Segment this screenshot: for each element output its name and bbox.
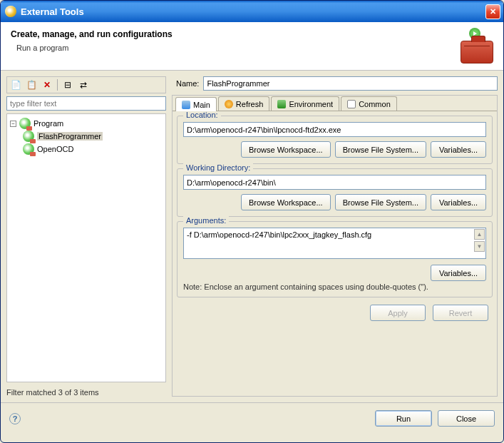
tabs-container: Main Refresh Environment Common Location	[172, 95, 498, 397]
location-group: Location: Browse Workspace... Browse Fil…	[177, 116, 493, 164]
tab-refresh[interactable]: Refresh	[218, 96, 270, 111]
expander-icon[interactable]: −	[10, 121, 16, 127]
window-title: External Tools	[21, 6, 485, 17]
variables-button[interactable]: Variables...	[431, 194, 486, 210]
browse-workspace-button[interactable]: Browse Workspace...	[241, 141, 331, 158]
tree-node-program[interactable]: − Program	[7, 117, 165, 130]
header-image	[453, 29, 493, 63]
close-button[interactable]: Close	[438, 410, 495, 427]
scroll-down-icon[interactable]: ▼	[474, 241, 485, 252]
refresh-tab-icon	[225, 100, 233, 108]
tab-main[interactable]: Main	[175, 97, 217, 111]
browse-filesystem-button[interactable]: Browse File System...	[335, 141, 426, 158]
working-directory-input[interactable]	[183, 175, 486, 190]
filter-input[interactable]	[6, 96, 166, 111]
run-button[interactable]: Run	[375, 410, 432, 427]
program-icon	[23, 143, 34, 155]
name-input[interactable]	[203, 76, 498, 91]
location-legend: Location:	[183, 111, 221, 119]
arguments-input[interactable]	[183, 228, 486, 259]
browse-filesystem-button[interactable]: Browse File System...	[335, 194, 426, 210]
working-directory-legend: Working Directory:	[183, 163, 253, 172]
variables-button[interactable]: Variables...	[431, 265, 486, 281]
header-heading: Create, manage, and run configurations	[11, 29, 173, 39]
tab-common[interactable]: Common	[341, 96, 397, 111]
scroll-up-icon[interactable]: ▲	[474, 229, 485, 240]
app-icon	[5, 6, 16, 17]
filter-status: Filter matched 3 of 3 items	[6, 388, 166, 397]
arguments-note: Note: Enclose an argument containing spa…	[183, 282, 486, 291]
tab-label: Environment	[289, 100, 333, 108]
close-icon[interactable]: ✕	[485, 4, 500, 19]
collapse-all-icon[interactable]: ⊟	[61, 78, 75, 92]
tree-label: OpenOCD	[37, 145, 73, 153]
help-icon[interactable]: ?	[9, 413, 21, 424]
footer: ? Run Close	[1, 402, 503, 434]
tabs: Main Refresh Environment Common	[173, 96, 497, 111]
header-subtext: Run a program	[16, 44, 173, 52]
environment-tab-icon	[277, 100, 286, 108]
config-tree: − Program FlashProgrammer OpenOCD	[6, 113, 166, 382]
tab-environment[interactable]: Environment	[271, 96, 339, 111]
program-icon	[23, 131, 34, 142]
toolbar: 📄 📋 ✕ ⊟ ⇄	[6, 76, 166, 93]
main-tab-icon	[182, 101, 190, 109]
new-config-icon[interactable]: 📄	[9, 78, 23, 92]
separator	[57, 79, 58, 91]
header: Create, manage, and run configurations R…	[1, 22, 503, 71]
delete-icon[interactable]: ✕	[40, 78, 54, 92]
common-tab-icon	[347, 100, 356, 108]
title-bar: External Tools ✕	[1, 1, 503, 22]
filter-icon[interactable]: ⇄	[76, 78, 91, 92]
tree-node-openocd[interactable]: OpenOCD	[7, 143, 165, 156]
program-icon	[19, 118, 31, 129]
tree-label: Program	[34, 119, 63, 128]
apply-button[interactable]: Apply	[370, 305, 426, 321]
tree-node-flashprogrammer[interactable]: FlashProgrammer	[7, 130, 165, 143]
browse-workspace-button[interactable]: Browse Workspace...	[241, 194, 331, 210]
duplicate-icon[interactable]: 📋	[24, 78, 38, 92]
revert-button[interactable]: Revert	[433, 305, 488, 321]
arguments-group: Arguments: ▲ ▼ Variables... Note: Enclos…	[177, 221, 493, 297]
name-label: Name:	[176, 79, 199, 88]
tab-label: Refresh	[236, 100, 264, 108]
variables-button[interactable]: Variables...	[431, 141, 486, 158]
tab-label: Main	[193, 101, 210, 109]
working-directory-group: Working Directory: Browse Workspace... B…	[177, 168, 493, 217]
location-input[interactable]	[183, 122, 486, 137]
arguments-legend: Arguments:	[183, 216, 229, 225]
tree-label: FlashProgrammer	[37, 132, 103, 141]
toolbox-icon	[461, 41, 493, 63]
tab-label: Common	[359, 100, 391, 108]
